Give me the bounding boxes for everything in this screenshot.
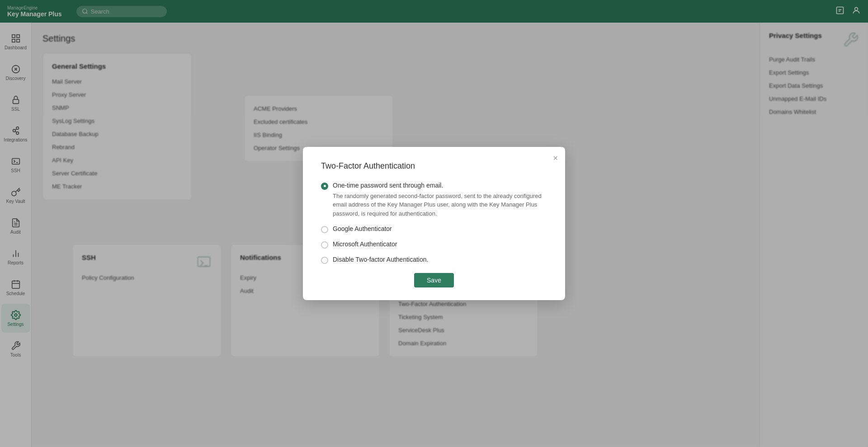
option-otp-email: One-time password sent through email. Th… [321, 182, 547, 218]
radio-microsoft-auth[interactable]: Microsoft Authenticator [321, 240, 547, 249]
radio-circle-disable [321, 257, 328, 264]
radio-circle-otp [321, 183, 328, 190]
radio-label-disable: Disable Two-factor Authentication. [333, 256, 428, 263]
radio-google-auth[interactable]: Google Authenticator [321, 225, 547, 233]
radio-circle-google [321, 226, 328, 233]
modal-actions: Save [321, 273, 547, 287]
two-factor-modal: Two-Factor Authentication × One-time pas… [303, 147, 565, 301]
radio-disable-2fa[interactable]: Disable Two-factor Authentication. [321, 256, 547, 264]
radio-label-google: Google Authenticator [333, 225, 392, 232]
modal-overlay[interactable]: Two-Factor Authentication × One-time pas… [0, 0, 868, 447]
radio-label-microsoft: Microsoft Authenticator [333, 240, 397, 248]
radio-label-otp: One-time password sent through email. [333, 182, 443, 189]
radio-desc-otp: The randomly generated second-factor pas… [333, 192, 547, 218]
save-button[interactable]: Save [414, 273, 454, 287]
modal-body: One-time password sent through email. Th… [321, 182, 547, 264]
modal-close-button[interactable]: × [553, 154, 558, 162]
radio-otp-email[interactable]: One-time password sent through email. [321, 182, 547, 190]
radio-circle-microsoft [321, 241, 328, 249]
modal-title: Two-Factor Authentication [321, 161, 547, 171]
